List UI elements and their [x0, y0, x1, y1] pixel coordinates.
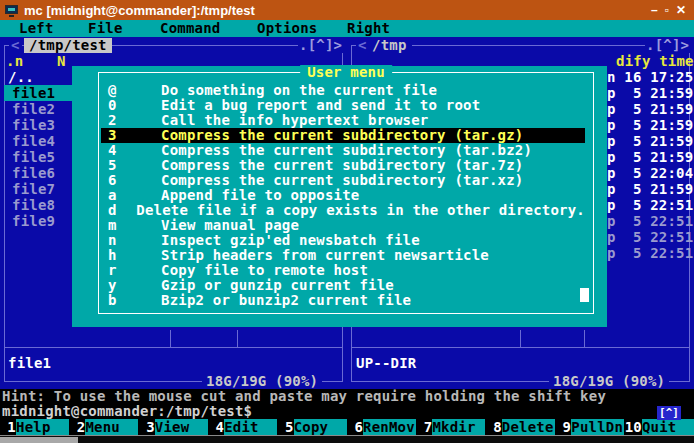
scrollbar-thumb[interactable]: [0, 437, 78, 443]
user-menu-item[interactable]: 0Edit a bug report and send it to root: [101, 98, 585, 113]
user-menu-item[interactable]: @Do something on the current file: [101, 83, 585, 98]
window-titlebar: mc [midnight@commander]:/tmp/test – ▫ ✕: [0, 0, 694, 20]
fn-key-view[interactable]: 3View: [139, 419, 208, 435]
user-menu-item[interactable]: dDelete file if a copy exists in the oth…: [101, 203, 585, 218]
mini-status: file1: [8, 355, 51, 371]
file-time-cell[interactable]: p 5 21:59: [607, 101, 693, 117]
column-separator: [520, 330, 521, 347]
panel-separator-line: [5, 347, 342, 348]
user-menu-item[interactable]: yGzip or gunzip current file: [101, 278, 585, 293]
hint-line: Hint: To use the mouse cut and paste may…: [2, 389, 606, 404]
file-time-cell[interactable]: p 5 22:51: [607, 229, 693, 245]
fn-key-mkdir[interactable]: 7Mkdir: [416, 419, 485, 435]
user-menu-item[interactable]: 5Compress the current subdirectory (tar.…: [101, 158, 585, 173]
column-separator: [237, 330, 238, 347]
file-time-cell[interactable]: n 16 17:25: [607, 69, 693, 85]
fn-key-pulldn[interactable]: 9PullDn: [555, 419, 624, 435]
file-time-cell[interactable]: p 5 21:59: [607, 85, 693, 101]
column-separator: [170, 330, 171, 347]
file-time-cell[interactable]: p 5 22:51: [607, 197, 693, 213]
dialog-title: User menu: [300, 65, 392, 80]
fn-key-help[interactable]: 1Help: [0, 419, 69, 435]
file-time-cell[interactable]: p 5 22:04: [607, 165, 693, 181]
right-panel-path[interactable]: /tmp: [367, 38, 412, 53]
menubar: Left File Command Options Right: [0, 20, 694, 37]
menu-right[interactable]: Right: [347, 20, 390, 37]
panel-separator-line: [352, 347, 689, 348]
file-time-cell[interactable]: p 5 21:59: [607, 149, 693, 165]
fn-key-quit[interactable]: 10Quit: [625, 419, 694, 435]
user-menu-item[interactable]: 2Call the info hypertext browser: [101, 113, 585, 128]
fn-key-renmov[interactable]: 6RenMov: [347, 419, 416, 435]
minimize-button[interactable]: –: [651, 3, 658, 17]
left-panel-path[interactable]: /tmp/test: [24, 38, 112, 53]
user-menu-item[interactable]: aAppend file to opposite: [101, 188, 585, 203]
user-menu-item-selected[interactable]: 3Compress the current subdirectory (tar.…: [101, 128, 585, 143]
shell-prompt[interactable]: midnight@commander:/tmp/test$: [2, 404, 252, 419]
file-time-cell[interactable]: p 5 22:51: [607, 245, 693, 261]
user-menu-item[interactable]: nInspect gzip'ed newsbatch file: [101, 233, 585, 248]
file-time-cell[interactable]: p 5 21:59: [607, 117, 693, 133]
fn-key-edit[interactable]: 4Edit: [208, 419, 277, 435]
user-menu-item[interactable]: bBzip2 or bunzip2 current file: [101, 293, 585, 308]
user-menu-item[interactable]: 6Compress the current subdirectory (tar.…: [101, 173, 585, 188]
sort-order-header[interactable]: .n: [6, 54, 23, 69]
modify-time-column-header[interactable]: dify time: [616, 54, 694, 69]
menu-file[interactable]: File: [88, 20, 123, 37]
panel-history-arrow[interactable]: <: [9, 38, 22, 53]
column-separator: [584, 330, 585, 347]
user-menu-dialog: User menu @Do something on the current f…: [72, 66, 607, 327]
window-title: mc [midnight@commander]:/tmp/test: [24, 3, 255, 18]
window-bottom-strip: [0, 435, 694, 443]
file-time-cell[interactable]: p 5 22:51: [607, 213, 693, 229]
app-monitor-icon: [5, 5, 18, 16]
user-menu-item[interactable]: rCopy file to remote host: [101, 263, 585, 278]
fn-key-menu[interactable]: 2Menu: [69, 419, 138, 435]
file-time-cell[interactable]: p 5 21:59: [607, 181, 693, 197]
name-column-header[interactable]: N: [57, 54, 66, 69]
user-menu-item[interactable]: hStrip headers from current newsarticle: [101, 248, 585, 263]
panel-scroll-marker[interactable]: .[^]>: [298, 38, 343, 53]
scroll-up-marker[interactable]: [^]: [657, 406, 681, 420]
panel-scroll-marker[interactable]: .[^]>: [645, 38, 690, 53]
panel-size-info: 18G/19G (90%): [549, 374, 669, 389]
fn-key-delete[interactable]: 8Delete: [486, 419, 555, 435]
file-time-cell[interactable]: p 5 21:59: [607, 133, 693, 149]
fn-key-copy[interactable]: 5Copy: [278, 419, 347, 435]
user-menu-item[interactable]: mView manual page: [101, 218, 585, 233]
menu-left[interactable]: Left: [19, 20, 54, 37]
maximize-button[interactable]: ▫: [665, 3, 669, 17]
menu-command[interactable]: Command: [160, 20, 220, 37]
terminal-cursor: [580, 288, 589, 302]
mini-status: UP--DIR: [356, 355, 416, 371]
close-button[interactable]: ✕: [676, 3, 686, 17]
panel-size-info: 18G/19G (90%): [202, 374, 322, 389]
function-key-bar: 1Help 2Menu 3View 4Edit 5Copy 6RenMov 7M…: [0, 419, 694, 435]
user-menu-item[interactable]: 4Compress the current subdirectory (tar.…: [101, 143, 585, 158]
menu-options[interactable]: Options: [257, 20, 317, 37]
